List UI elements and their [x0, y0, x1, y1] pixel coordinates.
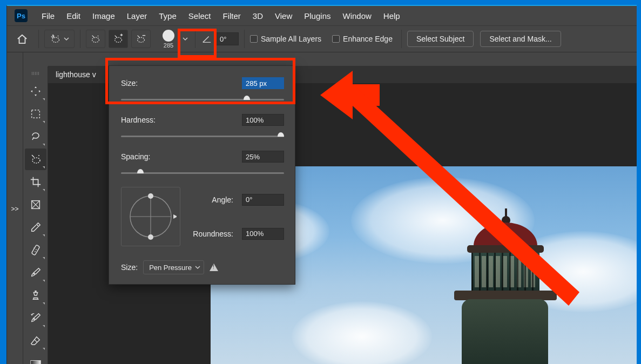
svg-rect-10: [31, 245, 40, 255]
eraser-tool[interactable]: [25, 330, 46, 352]
healing-brush-tool[interactable]: [25, 239, 46, 261]
menu-filter[interactable]: Filter: [218, 8, 246, 24]
menu-type[interactable]: Type: [153, 8, 182, 24]
quick-select-icon: [50, 33, 62, 44]
brush-spacing-slider[interactable]: [121, 166, 284, 179]
svg-point-13: [35, 251, 36, 252]
brush-size-dynamics-label: Size:: [121, 263, 138, 272]
svg-point-18: [148, 193, 153, 199]
panel-collapse-strip[interactable]: >>: [7, 52, 23, 364]
separator: [80, 30, 80, 48]
brush-preset-dropdown[interactable]: [181, 29, 190, 49]
brush-hardness-slider[interactable]: [121, 130, 284, 143]
brush-roundness-label: Roundness:: [189, 230, 233, 238]
menu-window[interactable]: Window: [337, 8, 376, 24]
subtract-from-selection-button[interactable]: [131, 30, 151, 48]
svg-point-8: [38, 155, 39, 156]
svg-point-4: [115, 37, 122, 42]
crop-tool[interactable]: [25, 171, 46, 193]
menu-view[interactable]: View: [269, 8, 298, 24]
chevron-down-icon: [195, 265, 200, 270]
svg-point-3: [98, 36, 99, 37]
menu-help[interactable]: Help: [378, 8, 406, 24]
svg-point-2: [92, 37, 99, 42]
brush-tip-icon: [163, 30, 174, 42]
svg-point-5: [138, 37, 145, 42]
add-to-selection-button[interactable]: [109, 30, 128, 48]
cloud-shape: [292, 301, 432, 364]
menu-edit[interactable]: Edit: [61, 8, 86, 24]
warning-icon: [210, 264, 218, 271]
brush-settings-popup: Size: 285 px Hardness: 100% Spacing: 25%: [109, 65, 295, 285]
brush-size-preview-label: 285: [164, 42, 173, 49]
enhance-edge-label: Enhance Edge: [343, 35, 393, 43]
lighthouse-shape: [448, 210, 562, 364]
frame-tool[interactable]: [25, 194, 46, 215]
brush-size-dynamics-dropdown[interactable]: Pen Pressure: [143, 260, 204, 274]
gradient-tool[interactable]: [25, 353, 46, 364]
home-button[interactable]: [11, 30, 33, 48]
app-window: Ps File Edit Image Layer Type Select Fil…: [6, 5, 637, 364]
new-selection-button[interactable]: [86, 30, 105, 48]
svg-point-19: [148, 234, 153, 240]
document-tab[interactable]: lighthouse v: [56, 70, 96, 79]
clone-stamp-tool[interactable]: [25, 285, 46, 306]
quick-selection-tool[interactable]: [25, 149, 46, 170]
brush-size-label: Size:: [121, 79, 242, 87]
brush-size-field[interactable]: 285 px: [242, 77, 284, 89]
lasso-tool[interactable]: [25, 126, 46, 147]
select-and-mask-button[interactable]: Select and Mask...: [480, 31, 561, 47]
menu-image[interactable]: Image: [87, 8, 120, 24]
brush-size-dynamics-value: Pen Pressure: [149, 264, 192, 272]
brush-roundness-field[interactable]: 100%: [242, 228, 284, 240]
enhance-edge-checkbox[interactable]: [332, 35, 340, 43]
brush-angle-label: Angle:: [189, 196, 233, 204]
brush-hardness-field[interactable]: 100%: [242, 114, 284, 126]
brush-preset-picker[interactable]: 285: [156, 29, 190, 49]
brush-angle-control[interactable]: [121, 187, 180, 246]
menu-plugins[interactable]: Plugins: [299, 8, 336, 24]
svg-point-11: [33, 247, 35, 248]
menu-bar: Ps File Edit Image Layer Type Select Fil…: [7, 6, 637, 25]
sample-all-layers-label: Sample All Layers: [261, 35, 321, 43]
separator: [38, 30, 39, 48]
select-subject-button[interactable]: Select Subject: [407, 31, 474, 47]
svg-point-0: [52, 37, 59, 42]
menu-layer[interactable]: Layer: [122, 8, 153, 24]
chevron-down-icon: [183, 36, 188, 42]
brush-spacing-field[interactable]: 25%: [242, 151, 284, 163]
separator: [244, 30, 245, 48]
slider-thumb-icon: [277, 132, 285, 139]
sample-all-layers-checkbox[interactable]: [250, 35, 258, 43]
brush-size-slider[interactable]: [121, 93, 284, 106]
brush-angle-field[interactable]: 0°: [242, 194, 284, 206]
brush-spacing-label: Spacing:: [121, 152, 242, 161]
menu-file[interactable]: File: [36, 8, 60, 24]
chevron-down-icon: [64, 36, 69, 42]
eyedropper-tool[interactable]: [25, 217, 46, 238]
svg-point-7: [32, 158, 40, 163]
svg-rect-6: [31, 110, 39, 118]
brush-angle-field[interactable]: 0°: [216, 32, 239, 45]
slider-thumb-icon: [137, 168, 144, 176]
svg-rect-14: [30, 361, 40, 365]
angle-icon: [201, 33, 213, 44]
history-brush-tool[interactable]: [25, 307, 46, 329]
svg-point-12: [36, 249, 37, 250]
separator: [195, 30, 195, 48]
tool-preset-picker[interactable]: [44, 30, 75, 48]
slider-thumb-icon: [243, 95, 251, 103]
marquee-tool[interactable]: [25, 103, 46, 125]
svg-point-1: [58, 36, 59, 37]
toolbox: [23, 66, 48, 364]
options-bar: 285 0° Sample All Layers Enhance Edge Se…: [7, 25, 637, 52]
move-tool[interactable]: [25, 80, 46, 102]
separator: [401, 30, 402, 48]
brush-preview: 285: [156, 29, 181, 49]
brush-hardness-label: Hardness:: [121, 116, 242, 124]
menu-select[interactable]: Select: [183, 8, 217, 24]
app-logo[interactable]: Ps: [15, 9, 28, 22]
brush-tool[interactable]: [25, 262, 46, 284]
menu-3d[interactable]: 3D: [247, 8, 268, 24]
